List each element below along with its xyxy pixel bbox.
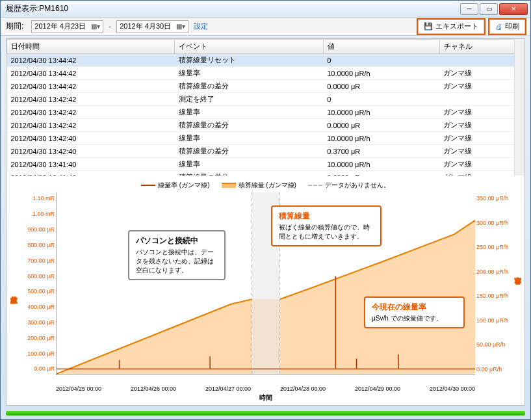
x-axis-label: 時間 xyxy=(19,392,512,402)
export-button[interactable]: 💾 エキスポート xyxy=(418,20,484,34)
table-row[interactable]: 2012/04/30 13:42:42積算線量の差分0.0000 μRガンマ線 xyxy=(7,119,525,132)
titlebar: 履歴表示:PM1610 ─ ▭ ✕ xyxy=(1,1,530,18)
callout-rate: 今現在の線量率 μSv/h での線量値です。 xyxy=(364,296,465,328)
table-row[interactable]: 2012/04/30 13:44:42線量率10.0000 μR/hガンマ線 xyxy=(7,67,525,80)
table-row[interactable]: 2012/04/30 13:42:40積算線量の差分0.3700 μRガンマ線 xyxy=(7,145,525,158)
left-axis-label: 積算線量 xyxy=(8,179,19,402)
table-row[interactable]: 2012/04/30 13:42:42測定を終了0 xyxy=(7,93,525,106)
chart-legend: 線量率 (ガンマ線) 積算線量 (ガンマ線) データがありません。 xyxy=(19,179,512,192)
right-axis-label: 線量率 xyxy=(512,179,523,402)
col-channel[interactable]: チャネル xyxy=(439,40,524,54)
table-row[interactable]: 2012/04/30 13:42:40線量率10.0000 μR/hガンマ線 xyxy=(7,132,525,145)
toolbar: 期間: 2012年 4月23日 ▦▾ - 2012年 4月30日 ▦▾ 設定 💾… xyxy=(1,18,530,36)
app-window: 履歴表示:PM1610 ─ ▭ ✕ 期間: 2012年 4月23日 ▦▾ - 2… xyxy=(0,0,531,420)
content-pane: 日付時間 イベント 値 チャネル 2012/04/30 13:44:42積算線量… xyxy=(6,38,525,405)
legend-rate: 線量率 (ガンマ線) xyxy=(141,181,209,190)
legend-nodata: データがありません。 xyxy=(308,181,390,190)
callout-dose: 積算線量 被ばく線量の積算値なので、時間とともに増えていきます。 xyxy=(271,205,382,246)
history-table-wrap[interactable]: 日付時間 イベント 値 チャネル 2012/04/30 13:44:42積算線量… xyxy=(6,39,525,176)
table-header-row: 日付時間 イベント 値 チャネル xyxy=(7,40,525,54)
col-datetime[interactable]: 日付時間 xyxy=(7,40,175,54)
table-row[interactable]: 2012/04/30 13:41:40積算線量の差分0.0800 μRガンマ線 xyxy=(7,171,525,176)
maximize-button[interactable]: ▭ xyxy=(480,3,498,15)
calendar-icon: ▦▾ xyxy=(176,23,185,30)
left-ticks: 1.10 mR1.00 mR900.00 μR800.00 μR700.00 μ… xyxy=(19,192,56,384)
close-button[interactable]: ✕ xyxy=(499,3,528,15)
chart-svg xyxy=(57,192,475,374)
vertical-scrollbar[interactable] xyxy=(514,39,525,176)
date-from-value: 2012年 4月23日 xyxy=(34,21,86,31)
plot[interactable]: パソコンと接続中 パソコンと接続中は、データを残さないため、記録は空白になります… xyxy=(56,192,475,374)
status-bar xyxy=(6,411,525,415)
date-to-value: 2012年 4月30日 xyxy=(120,21,171,31)
calendar-icon: ▦▾ xyxy=(91,23,100,30)
col-value[interactable]: 値 xyxy=(323,40,439,54)
printer-icon: 🖨 xyxy=(495,23,502,31)
table-row[interactable]: 2012/04/30 13:42:42線量率10.0000 μR/hガンマ線 xyxy=(7,106,525,119)
window-controls: ─ ▭ ✕ xyxy=(460,3,528,15)
date-range-dash: - xyxy=(109,22,111,31)
col-event[interactable]: イベント xyxy=(175,40,324,54)
plot-wrap: 1.10 mR1.00 mR900.00 μR800.00 μR700.00 μ… xyxy=(19,192,512,384)
table-row[interactable]: 2012/04/30 13:44:42積算線量リセット0 xyxy=(7,54,525,67)
callout-pc-connect: パソコンと接続中 パソコンと接続中は、データを残さないため、記録は空白になります… xyxy=(128,230,226,280)
legend-dose: 積算線量 (ガンマ線) xyxy=(222,181,296,190)
settings-link[interactable]: 設定 xyxy=(194,21,208,31)
minimize-button[interactable]: ─ xyxy=(460,3,478,15)
chart-area: 積算線量 線量率 (ガンマ線) 積算線量 (ガンマ線) データがありません。 1… xyxy=(6,176,525,404)
history-table: 日付時間 イベント 値 チャネル 2012/04/30 13:44:42積算線量… xyxy=(6,39,525,176)
save-icon: 💾 xyxy=(424,22,433,31)
chart-body: 線量率 (ガンマ線) 積算線量 (ガンマ線) データがありません。 1.10 m… xyxy=(19,179,512,402)
window-title: 履歴表示:PM1610 xyxy=(6,3,460,14)
print-button[interactable]: 🖨 印刷 xyxy=(489,20,525,34)
table-row[interactable]: 2012/04/30 13:41:40線量率10.0000 μR/hガンマ線 xyxy=(7,158,525,171)
right-ticks: 350.00 μR/h300.00 μR/h250.00 μR/h200.00 … xyxy=(475,192,512,384)
date-to-picker[interactable]: 2012年 4月30日 ▦▾ xyxy=(116,20,188,33)
x-ticks: 2012/04/25 00:002012/04/26 00:002012/04/… xyxy=(19,384,512,392)
period-label: 期間: xyxy=(6,21,23,32)
date-from-picker[interactable]: 2012年 4月23日 ▦▾ xyxy=(31,20,103,33)
table-row[interactable]: 2012/04/30 13:44:42積算線量の差分0.0000 μRガンマ線 xyxy=(7,80,525,93)
